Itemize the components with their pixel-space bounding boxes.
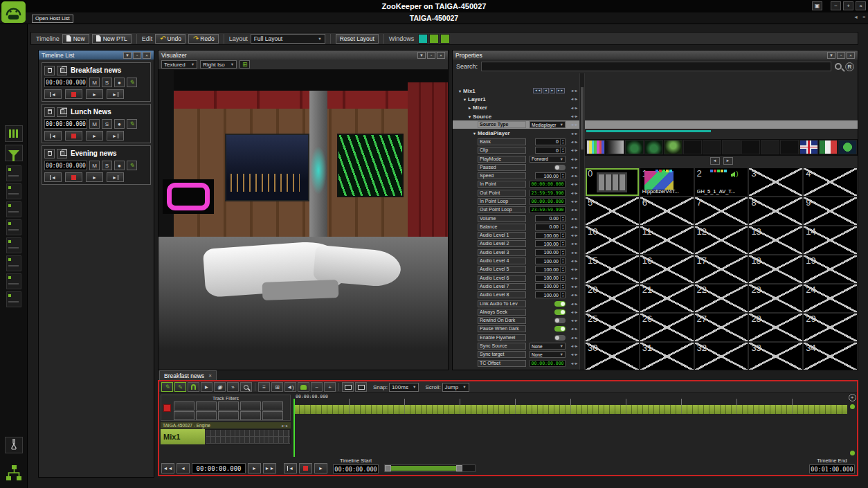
studio-3d-viewport[interactable] [159,70,448,370]
layer-slot[interactable] [6,273,21,289]
hippo-layers-button[interactable] [298,382,309,392]
timecode-field[interactable]: 23:59:59.990 [530,206,566,213]
track-filter-button[interactable] [262,401,283,410]
bank-thumbnail[interactable] [761,140,779,154]
spinner-control[interactable]: 100.00▴▾ [535,291,566,298]
page-next-icon[interactable]: ► [723,157,733,165]
component-nav-icon[interactable]: ◄▫► [567,208,579,212]
media-cell[interactable]: 6 ) [640,197,694,226]
timeline-vscroll[interactable]: + [848,394,856,457]
media-cell[interactable]: 1 ) HippotizerV4T... [640,168,694,197]
dropdown-control[interactable]: None▼ [530,343,566,350]
solo-button[interactable]: S [102,119,112,129]
skip-end-button[interactable]: ► [107,172,124,182]
reset-search-button[interactable]: R [845,62,854,71]
property-row[interactable]: Audio Level 8 ◄◄◄►►► 100.00▴▾ 100.00▼ 10… [453,291,579,299]
bank-thumbnail[interactable] [683,140,702,154]
undo-button[interactable]: ↶Undo [155,34,186,44]
mixes-panel-button[interactable] [5,125,23,142]
component-nav-icon[interactable]: ◄▫► [567,217,579,221]
tree-scrollbar[interactable] [579,73,585,370]
bank-thumbnail[interactable] [722,140,741,154]
media-cell[interactable]: 25 ) [585,313,640,342]
scroll-handle-bottom[interactable] [850,451,855,455]
property-row[interactable]: Audio Level 5 ◄◄◄►►► 100.00▴▾ 100.00▼ 10… [453,265,579,273]
timeline-entry[interactable]: Lunch News 00:00:00.000 M S ● ✎ ◄ ► ► [42,104,151,143]
scroll-handle-top[interactable] [850,404,855,409]
timecode-field[interactable]: 00:00:00.000 [530,198,566,205]
close-tab-icon[interactable]: × [208,372,212,379]
track-filter-button[interactable] [174,411,195,420]
tree-expand-icon[interactable] [457,88,463,94]
spinner-control[interactable]: 100.00▴▾ [535,283,566,290]
stop-button[interactable] [65,131,82,141]
property-row[interactable]: Audio Level 1 ◄◄◄►►► 100.00▴▾ 100.00▼ 10… [453,231,579,240]
property-row[interactable]: Mixer ◄◄◄►►► ▴▾ ▼ ◄▫► [453,104,579,112]
step-forward-button[interactable]: ► [248,463,261,473]
playhead[interactable] [293,399,295,457]
media-cell[interactable]: 19 ) [803,255,858,284]
close-panel-icon[interactable]: × [847,52,855,59]
spinner-control[interactable]: 100.00▴▾ [535,266,566,273]
rewind-button[interactable]: ◄◄ [161,463,174,473]
media-cell[interactable]: 2 ) GH_5_1_AV_T... [694,168,749,197]
property-row[interactable]: Sync Source ◄◄◄►►► None▴▾ None▼ None ◄▫► [453,342,579,350]
spinner-control[interactable]: 100.00▴▾ [535,275,566,282]
mixer-tools-button[interactable] [5,437,23,453]
record-button[interactable]: ● [114,78,125,87]
component-nav-icon[interactable]: ◄▫► [567,182,579,186]
component-nav-icon[interactable]: ◄▫► [567,344,579,348]
timeline-entry[interactable]: Breakfast news 00:00:00.000 M S ● ✎ ◄ ► … [42,62,151,102]
record-button[interactable]: ● [114,119,125,129]
component-nav-icon[interactable]: ◄▫► [567,251,579,255]
edit-tool-button[interactable]: ✎ [161,382,173,392]
property-row[interactable]: Enable Flywheel ◄◄◄►►► ▴▾ ▼ ◄▫► [453,334,579,342]
spinner-control[interactable]: 100.00▴▾ [535,249,566,256]
property-row[interactable]: Always Seek ◄◄◄►►► ▴▾ ▼ ◄▫► [453,308,579,316]
timecode-field[interactable]: 23:59:59.990 [530,190,566,197]
media-cell[interactable]: 17 ) [694,255,749,284]
toggle-switch[interactable] [554,309,566,315]
page-prev-icon[interactable]: ◄ [710,157,720,165]
play-button[interactable]: ► [86,89,103,99]
media-cell[interactable]: 24 ) [803,284,858,313]
property-row[interactable]: Out Point ◄◄◄►►► 23:59:59.990▴▾ 23:59:59… [453,189,579,197]
property-row[interactable]: Bank ◄◄◄►►► 0▴▾ 0▼ 0 ◄▫► [453,138,579,146]
follow-playhead-button[interactable]: » [227,382,239,392]
mute-button[interactable]: M [89,78,100,87]
solo-button[interactable]: S [102,161,112,170]
media-cell[interactable]: 20 ) [585,284,640,313]
hscroll-handle-right[interactable] [456,465,462,471]
spinner-control[interactable]: 100.00▴▾ [535,172,566,179]
record-arm-button[interactable] [163,404,171,412]
skip-end-button[interactable]: ► [107,89,124,99]
tree-expand-icon[interactable] [467,114,473,120]
property-row[interactable]: Audio Level 7 ◄◄◄►►► 100.00▴▾ 100.00▼ 10… [453,282,579,291]
edit-timeline-button[interactable]: ✎ [127,161,137,170]
record-button[interactable]: ● [114,161,125,170]
component-nav-icon[interactable]: ◄▫► [567,89,579,93]
property-row[interactable]: In Point ◄◄◄►►► 00:00:00.000▴▾ 00:00:00.… [453,180,579,188]
media-cell[interactable]: 30 ) [585,342,640,370]
properties-header[interactable]: Properties ▼ ▫ × [453,51,858,60]
component-nav-icon[interactable]: ◄▫► [567,114,579,118]
layer-slot[interactable] [6,291,21,307]
media-cell[interactable]: 21 ) [640,284,694,313]
property-row[interactable]: Paused ◄◄◄►►► ▴▾ ▼ ◄▫► [453,163,579,172]
media-cell[interactable]: 10 ) [585,226,640,255]
timecode-field[interactable]: 00:00:00.000 [530,181,566,188]
property-row[interactable]: TC Offset ◄◄◄►►► 00:00:00.000▴▾ 00:00:00… [453,359,579,368]
engine-row[interactable]: TAIGA-450027 - Engine ◄▫► [161,422,291,428]
track-filter-button[interactable] [196,411,217,420]
media-cell[interactable]: 4 ) [803,168,858,197]
close-panel-icon[interactable]: × [143,52,151,59]
property-row[interactable]: Link Audio To Lev ◄◄◄►►► ▴▾ ▼ ◄▫► [453,299,579,307]
property-row[interactable]: Volume ◄◄◄►►► 0.00▴▾ 0.00▼ 0.00 ◄▫► [453,214,579,222]
toggle-switch[interactable] [554,335,566,341]
toggle-switch[interactable] [554,165,566,170]
window-toggle-button[interactable] [429,34,439,44]
media-cell[interactable]: 5 ) [585,197,640,226]
media-cell[interactable]: 18 ) [748,255,803,284]
bank-thumbnail[interactable] [780,140,799,154]
media-cell[interactable]: 29 ) [803,313,858,342]
